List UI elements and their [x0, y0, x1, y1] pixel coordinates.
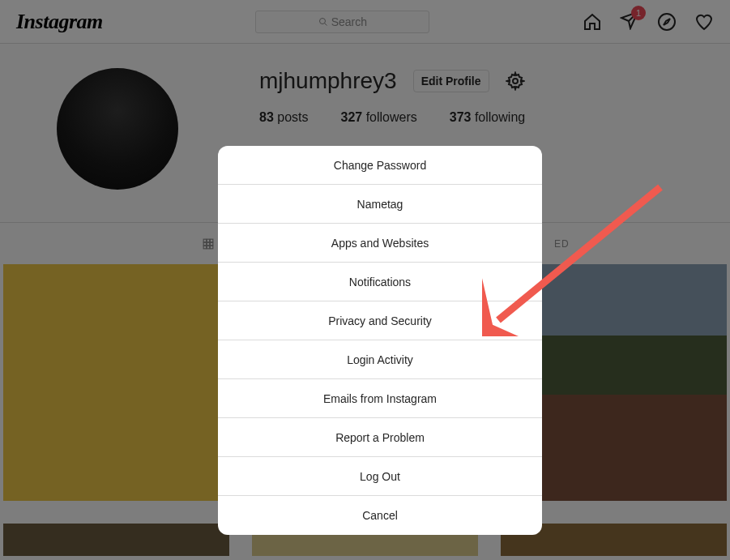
menu-privacy-security[interactable]: Privacy and Security [218, 301, 542, 340]
menu-apps-websites[interactable]: Apps and Websites [218, 224, 542, 263]
menu-nametag[interactable]: Nametag [218, 185, 542, 224]
menu-cancel[interactable]: Cancel [218, 496, 542, 535]
menu-emails-instagram[interactable]: Emails from Instagram [218, 379, 542, 418]
settings-modal: Change Password Nametag Apps and Website… [218, 146, 542, 535]
menu-change-password[interactable]: Change Password [218, 146, 542, 185]
menu-notifications[interactable]: Notifications [218, 263, 542, 301]
menu-log-out[interactable]: Log Out [218, 457, 542, 496]
menu-report-problem[interactable]: Report a Problem [218, 418, 542, 457]
menu-login-activity[interactable]: Login Activity [218, 340, 542, 379]
